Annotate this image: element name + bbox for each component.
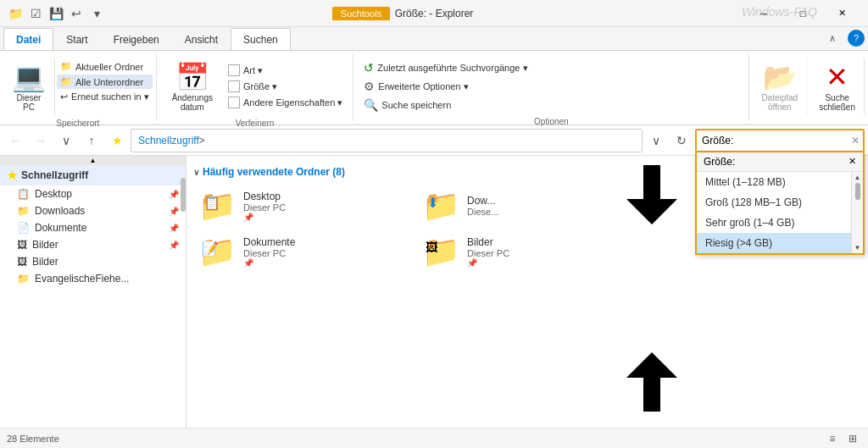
ribbon: 💻 DieserPC 📁 Aktueller Ordner 📁 Alle Unt… [0, 51, 868, 125]
ribbon-tab-controls: ∧ ? [821, 26, 868, 50]
save-search-icon: 🔍 [364, 98, 378, 112]
erweiterte-optionen-label: Erweiterte Optionen ▾ [378, 81, 468, 92]
bilder-folder-info: Bilder Dieser PC 📌 [467, 236, 509, 268]
tab-suchen[interactable]: Suchen [231, 28, 291, 50]
desktop-folder-sub: Dieser PC [243, 202, 286, 213]
dropdown-item-mittel[interactable]: Mittel (1–128 MB) [697, 172, 851, 192]
dokumente-icon: 📄 [17, 222, 30, 234]
alle-unterordner-button[interactable]: 📁 Alle Unterordner [57, 75, 153, 89]
suche-schliessen-button[interactable]: ✕ Sucheschließen [810, 58, 865, 115]
desktop-folder-name: Desktop [243, 191, 286, 202]
folder-icon-ev: 📁 [17, 273, 30, 285]
recent-icon: ↺ [364, 61, 374, 75]
dropdown-item-sehr-grob[interactable]: Sehr groß (1–4 GB) [697, 213, 851, 233]
refresh-button[interactable]: ↻ [670, 129, 693, 152]
undo-icon[interactable]: ↩ [68, 5, 85, 22]
pin-icon: 📌 [169, 224, 179, 233]
folder-item-downloads[interactable]: 📁 ⬇ Dow... Diese... [417, 185, 637, 227]
desktop-folder-info: Desktop Dieser PC 📌 [243, 191, 286, 222]
art-label: Art ▾ [243, 65, 263, 76]
pin-icon: 📌 [169, 207, 179, 216]
tab-freigeben[interactable]: Freigeben [101, 28, 172, 50]
status-bar: 28 Elemente ≡ ⊞ [0, 428, 868, 448]
check-icon[interactable]: ☑ [27, 5, 44, 22]
path-separator: > [199, 135, 205, 147]
help-button[interactable]: ? [848, 30, 865, 47]
sidebar-item-downloads[interactable]: 📁 Downloads 📌 [0, 202, 186, 219]
dropdown-item-grob[interactable]: Groß (128 MB–1 GB) [697, 192, 851, 213]
groesse-button[interactable]: Größe ▾ [225, 79, 346, 94]
aenderungsdatum-button[interactable]: 📅 Änderungsdatum [164, 58, 221, 115]
search-icon: ✕ [848, 135, 863, 147]
folder-icon: 📁 [60, 76, 72, 87]
forward-button[interactable]: → [29, 129, 53, 152]
tab-datei[interactable]: Datei [3, 28, 53, 50]
search-box[interactable]: ✕ [695, 129, 865, 152]
folder-item-desktop[interactable]: 📁 📋 Desktop Dieser PC 📌 [193, 185, 414, 227]
watermark: Windows-FAQ [742, 5, 817, 19]
status-bar-right: ≡ ⊞ [824, 430, 861, 447]
verfeinern-small-buttons: Art ▾ Größe ▾ Andere Eigenschaften ▾ [225, 58, 346, 110]
pin-icon: 📌 [169, 190, 179, 199]
list-view-button[interactable]: ≡ [824, 430, 841, 447]
back-button[interactable]: ← [3, 129, 27, 152]
dropdown-item-riesig[interactable]: Riesig (>4 GB) [697, 233, 851, 253]
close-button[interactable]: ✕ [822, 0, 861, 27]
speicherort-small-buttons: 📁 Aktueller Ordner 📁 Alle Unterordner ↩ … [57, 58, 153, 104]
andere-eigenschaften-button[interactable]: Andere Eigenschaften ▾ [225, 95, 346, 110]
search-input[interactable] [697, 135, 848, 147]
bilder-folder-icon-large: 📁 🖼 [422, 234, 460, 269]
up-button[interactable]: ↑ [80, 129, 103, 152]
dropdown-scrollbar[interactable]: ▲ ▼ [851, 172, 863, 253]
tab-start[interactable]: Start [53, 28, 100, 50]
scroll-up-btn[interactable]: ▲ [854, 174, 861, 181]
folder-item-dokumente[interactable]: 📁 📝 Dokumente Dieser PC 📌 [193, 230, 414, 273]
collapse-icon[interactable]: ∨ [193, 168, 199, 177]
sidebar-item-bilder1[interactable]: 🖼 Bilder 📌 [0, 236, 186, 253]
sidebar-item-evangelisch[interactable]: 📁 EvangelischeFiehe... [0, 270, 186, 287]
sidebar-item-desktop[interactable]: 📋 Desktop 📌 [0, 185, 186, 202]
sidebar-item-bilder2[interactable]: 🖼 Bilder [0, 253, 186, 270]
aktueller-ordner-label: Aktueller Ordner [75, 62, 143, 72]
dokumente-folder-sub: Dieser PC [243, 248, 295, 258]
calendar-icon: 📅 [175, 61, 209, 93]
sidebar-scrollbar[interactable] [181, 169, 186, 428]
zuletzt-ausgefuehrt-button[interactable]: ↺ Zuletzt ausgeführte Suchvorgänge ▾ [360, 59, 742, 76]
scroll-track [855, 181, 860, 244]
erneut-suchen-button[interactable]: ↩ Erneut suchen in ▾ [57, 90, 153, 104]
erweiterte-optionen-button[interactable]: ⚙ Erweiterte Optionen ▾ [360, 78, 742, 95]
art-button[interactable]: Art ▾ [225, 63, 346, 78]
aktueller-ordner-button[interactable]: 📁 Aktueller Ordner [57, 59, 153, 74]
dropdown-path-button[interactable]: ∨ [644, 129, 668, 152]
dropdown-nav-button[interactable]: ∨ [54, 129, 78, 152]
sidebar-scroll-up[interactable]: ▲ [0, 156, 186, 165]
dropdown-icon[interactable]: ▾ [88, 5, 105, 22]
downloads-folder-info: Dow... Diese... [467, 195, 498, 217]
schnellzugriff-link[interactable]: Schnellzugriff [138, 135, 199, 147]
tab-ansicht[interactable]: Ansicht [172, 28, 231, 50]
folder-item-bilder[interactable]: 📁 🖼 Bilder Dieser PC 📌 [417, 230, 637, 273]
schnellzugriff-label: Schnellzugriff [21, 169, 88, 181]
dieser-pc-button[interactable]: 💻 DieserPC [3, 58, 55, 115]
suche-speichern-button[interactable]: 🔍 Suche speichern [360, 97, 742, 113]
address-path[interactable]: Schnellzugriff > [131, 129, 643, 152]
suchtools-tab[interactable]: Suchtools [332, 7, 390, 20]
star-button[interactable]: ★ [105, 129, 129, 152]
checkbox-icon [228, 64, 240, 76]
sidebar-schnellzugriff-header[interactable]: ★ Schnellzugriff [0, 165, 186, 185]
status-text: 28 Elemente [7, 434, 59, 444]
floppy-icon[interactable]: 💾 [47, 5, 64, 22]
desktop-pin: 📌 [243, 213, 286, 222]
bilder-icon1: 🖼 [17, 239, 27, 251]
detail-view-button[interactable]: ⊞ [844, 430, 861, 447]
sidebar-item-dokumente[interactable]: 📄 Dokumente 📌 [0, 219, 186, 236]
erneut-suchen-label: Erneut suchen in ▾ [71, 91, 149, 102]
scroll-thumb [855, 183, 860, 200]
ribbon-collapse-btn[interactable]: ∧ [821, 26, 844, 50]
optionen-label: Optionen [360, 113, 742, 126]
dropdown-close-btn[interactable]: ✕ [849, 156, 856, 167]
close-search-icon: ✕ [826, 61, 849, 93]
download-arrow-icon: ⬇ [427, 195, 438, 211]
scroll-down-btn[interactable]: ▼ [854, 244, 861, 252]
dateipfad-oeffnen-button[interactable]: 📂 Dateipfadöffnen [753, 58, 807, 115]
